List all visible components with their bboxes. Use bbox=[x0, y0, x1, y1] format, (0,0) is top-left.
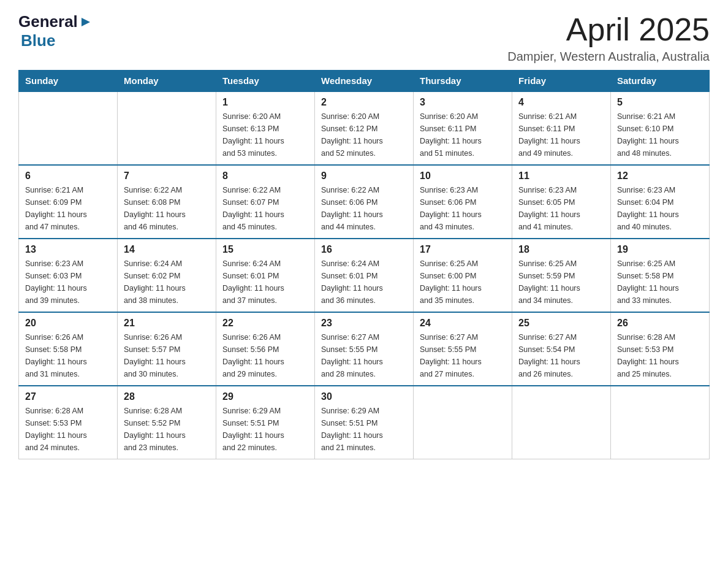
calendar-col-friday: Friday bbox=[512, 71, 611, 92]
calendar-cell bbox=[512, 386, 611, 459]
calendar-cell: 9Sunrise: 6:22 AMSunset: 6:06 PMDaylight… bbox=[315, 165, 414, 239]
calendar-cell: 7Sunrise: 6:22 AMSunset: 6:08 PMDaylight… bbox=[118, 165, 216, 239]
day-number: 28 bbox=[124, 391, 210, 402]
calendar-col-monday: Monday bbox=[118, 71, 216, 92]
calendar-cell bbox=[118, 91, 216, 165]
day-info: Sunrise: 6:20 AMSunset: 6:12 PMDaylight:… bbox=[321, 110, 407, 159]
calendar-col-tuesday: Tuesday bbox=[216, 71, 315, 92]
day-info: Sunrise: 6:23 AMSunset: 6:05 PMDaylight:… bbox=[518, 184, 604, 233]
day-number: 8 bbox=[222, 170, 308, 182]
calendar-cell: 29Sunrise: 6:29 AMSunset: 5:51 PMDayligh… bbox=[216, 386, 315, 459]
calendar-cell bbox=[414, 386, 512, 459]
day-number: 30 bbox=[321, 391, 407, 402]
calendar-cell: 18Sunrise: 6:25 AMSunset: 5:59 PMDayligh… bbox=[512, 239, 611, 312]
calendar-row-0: 1Sunrise: 6:20 AMSunset: 6:13 PMDaylight… bbox=[19, 91, 710, 165]
calendar-cell: 21Sunrise: 6:26 AMSunset: 5:57 PMDayligh… bbox=[118, 312, 216, 386]
calendar-cell bbox=[19, 91, 118, 165]
calendar-cell: 27Sunrise: 6:28 AMSunset: 5:53 PMDayligh… bbox=[19, 386, 118, 459]
calendar-cell: 23Sunrise: 6:27 AMSunset: 5:55 PMDayligh… bbox=[315, 312, 414, 386]
calendar-cell: 15Sunrise: 6:24 AMSunset: 6:01 PMDayligh… bbox=[216, 239, 315, 312]
day-number: 20 bbox=[25, 318, 111, 329]
calendar-row-4: 27Sunrise: 6:28 AMSunset: 5:53 PMDayligh… bbox=[19, 386, 710, 459]
day-info: Sunrise: 6:23 AMSunset: 6:04 PMDaylight:… bbox=[617, 184, 703, 233]
calendar-cell bbox=[611, 386, 710, 459]
calendar-header-row: SundayMondayTuesdayWednesdayThursdayFrid… bbox=[19, 71, 710, 92]
calendar-cell: 26Sunrise: 6:28 AMSunset: 5:53 PMDayligh… bbox=[611, 312, 710, 386]
day-info: Sunrise: 6:27 AMSunset: 5:55 PMDaylight:… bbox=[420, 331, 506, 380]
day-info: Sunrise: 6:29 AMSunset: 5:51 PMDaylight:… bbox=[222, 405, 308, 454]
calendar-header: SundayMondayTuesdayWednesdayThursdayFrid… bbox=[19, 71, 710, 92]
day-info: Sunrise: 6:20 AMSunset: 6:13 PMDaylight:… bbox=[222, 110, 308, 159]
day-number: 4 bbox=[518, 97, 604, 108]
day-number: 10 bbox=[420, 170, 506, 182]
calendar-col-saturday: Saturday bbox=[611, 71, 710, 92]
day-number: 3 bbox=[420, 97, 506, 108]
calendar-col-thursday: Thursday bbox=[414, 71, 512, 92]
day-info: Sunrise: 6:25 AMSunset: 6:00 PMDaylight:… bbox=[420, 258, 506, 307]
calendar-cell: 11Sunrise: 6:23 AMSunset: 6:05 PMDayligh… bbox=[512, 165, 611, 239]
calendar-cell: 1Sunrise: 6:20 AMSunset: 6:13 PMDaylight… bbox=[216, 91, 315, 165]
day-info: Sunrise: 6:25 AMSunset: 5:58 PMDaylight:… bbox=[617, 258, 703, 307]
calendar-table: SundayMondayTuesdayWednesdayThursdayFrid… bbox=[18, 70, 710, 459]
day-number: 2 bbox=[321, 97, 407, 108]
calendar-row-3: 20Sunrise: 6:26 AMSunset: 5:58 PMDayligh… bbox=[19, 312, 710, 386]
day-info: Sunrise: 6:22 AMSunset: 6:06 PMDaylight:… bbox=[321, 184, 407, 233]
calendar-cell: 22Sunrise: 6:26 AMSunset: 5:56 PMDayligh… bbox=[216, 312, 315, 386]
day-info: Sunrise: 6:20 AMSunset: 6:11 PMDaylight:… bbox=[420, 110, 506, 159]
calendar-cell: 16Sunrise: 6:24 AMSunset: 6:01 PMDayligh… bbox=[315, 239, 414, 312]
calendar-cell: 20Sunrise: 6:26 AMSunset: 5:58 PMDayligh… bbox=[19, 312, 118, 386]
day-info: Sunrise: 6:23 AMSunset: 6:06 PMDaylight:… bbox=[420, 184, 506, 233]
day-info: Sunrise: 6:29 AMSunset: 5:51 PMDaylight:… bbox=[321, 405, 407, 454]
calendar-body: 1Sunrise: 6:20 AMSunset: 6:13 PMDaylight… bbox=[19, 91, 710, 459]
day-number: 23 bbox=[321, 318, 407, 329]
day-info: Sunrise: 6:26 AMSunset: 5:57 PMDaylight:… bbox=[124, 331, 210, 380]
day-number: 22 bbox=[222, 318, 308, 329]
day-number: 5 bbox=[617, 97, 703, 108]
day-info: Sunrise: 6:27 AMSunset: 5:54 PMDaylight:… bbox=[518, 331, 604, 380]
calendar-cell: 30Sunrise: 6:29 AMSunset: 5:51 PMDayligh… bbox=[315, 386, 414, 459]
day-number: 17 bbox=[420, 244, 506, 255]
day-number: 27 bbox=[25, 391, 111, 402]
day-info: Sunrise: 6:24 AMSunset: 6:01 PMDaylight:… bbox=[222, 258, 308, 307]
calendar-cell: 14Sunrise: 6:24 AMSunset: 6:02 PMDayligh… bbox=[118, 239, 216, 312]
day-info: Sunrise: 6:27 AMSunset: 5:55 PMDaylight:… bbox=[321, 331, 407, 380]
calendar-cell: 28Sunrise: 6:28 AMSunset: 5:52 PMDayligh… bbox=[118, 386, 216, 459]
calendar-cell: 12Sunrise: 6:23 AMSunset: 6:04 PMDayligh… bbox=[611, 165, 710, 239]
day-info: Sunrise: 6:22 AMSunset: 6:07 PMDaylight:… bbox=[222, 184, 308, 233]
calendar-col-wednesday: Wednesday bbox=[315, 71, 414, 92]
calendar-cell: 5Sunrise: 6:21 AMSunset: 6:10 PMDaylight… bbox=[611, 91, 710, 165]
page-title: April 2025 bbox=[507, 12, 710, 47]
day-info: Sunrise: 6:24 AMSunset: 6:02 PMDaylight:… bbox=[124, 258, 210, 307]
day-number: 1 bbox=[222, 97, 308, 108]
calendar-row-2: 13Sunrise: 6:23 AMSunset: 6:03 PMDayligh… bbox=[19, 239, 710, 312]
day-info: Sunrise: 6:26 AMSunset: 5:58 PMDaylight:… bbox=[25, 331, 111, 380]
day-number: 16 bbox=[321, 244, 407, 255]
day-info: Sunrise: 6:23 AMSunset: 6:03 PMDaylight:… bbox=[25, 258, 111, 307]
calendar-row-1: 6Sunrise: 6:21 AMSunset: 6:09 PMDaylight… bbox=[19, 165, 710, 239]
day-info: Sunrise: 6:28 AMSunset: 5:52 PMDaylight:… bbox=[124, 405, 210, 454]
page-subtitle: Dampier, Western Australia, Australia bbox=[507, 50, 710, 64]
day-number: 25 bbox=[518, 318, 604, 329]
day-info: Sunrise: 6:21 AMSunset: 6:09 PMDaylight:… bbox=[25, 184, 111, 233]
calendar-col-sunday: Sunday bbox=[19, 71, 118, 92]
calendar-cell: 2Sunrise: 6:20 AMSunset: 6:12 PMDaylight… bbox=[315, 91, 414, 165]
calendar-cell: 4Sunrise: 6:21 AMSunset: 6:11 PMDaylight… bbox=[512, 91, 611, 165]
calendar-cell: 17Sunrise: 6:25 AMSunset: 6:00 PMDayligh… bbox=[414, 239, 512, 312]
day-number: 11 bbox=[518, 170, 604, 182]
calendar-cell: 10Sunrise: 6:23 AMSunset: 6:06 PMDayligh… bbox=[414, 165, 512, 239]
day-number: 9 bbox=[321, 170, 407, 182]
logo-general-text: General bbox=[18, 12, 78, 31]
day-number: 26 bbox=[617, 318, 703, 329]
calendar-cell: 19Sunrise: 6:25 AMSunset: 5:58 PMDayligh… bbox=[611, 239, 710, 312]
day-info: Sunrise: 6:24 AMSunset: 6:01 PMDaylight:… bbox=[321, 258, 407, 307]
day-number: 7 bbox=[124, 170, 210, 182]
day-number: 15 bbox=[222, 244, 308, 255]
page-header: General Blue April 2025 Dampier, Western… bbox=[18, 12, 710, 64]
day-info: Sunrise: 6:28 AMSunset: 5:53 PMDaylight:… bbox=[617, 331, 703, 380]
calendar-cell: 6Sunrise: 6:21 AMSunset: 6:09 PMDaylight… bbox=[19, 165, 118, 239]
day-info: Sunrise: 6:25 AMSunset: 5:59 PMDaylight:… bbox=[518, 258, 604, 307]
day-info: Sunrise: 6:26 AMSunset: 5:56 PMDaylight:… bbox=[222, 331, 308, 380]
day-number: 12 bbox=[617, 170, 703, 182]
svg-marker-0 bbox=[82, 18, 90, 26]
title-block: April 2025 Dampier, Western Australia, A… bbox=[507, 12, 710, 64]
